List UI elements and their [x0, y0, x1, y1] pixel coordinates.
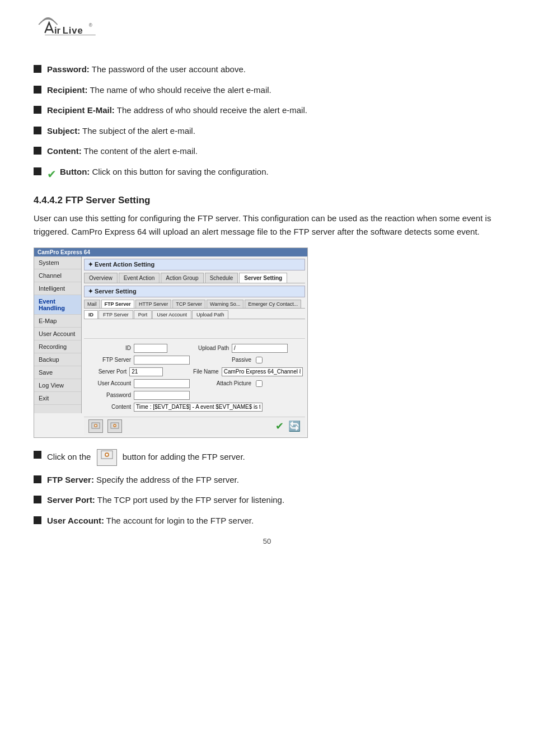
bullet-recipient-email: Recipient E-Mail: The address of who sho…: [34, 104, 500, 117]
logo-area: ir Live ®: [34, 11, 500, 46]
top-bullet-list: Password: The password of the user accou…: [34, 63, 500, 183]
server-tab-warning[interactable]: Warning So...: [207, 300, 243, 308]
sub-tab-port[interactable]: Port: [134, 310, 152, 319]
tab-schedule[interactable]: Schedule: [205, 273, 238, 283]
id-label: ID: [86, 345, 131, 351]
form-row-id-uploadpath: ID Upload Path: [86, 344, 303, 353]
bullet-recipient: Recipient: The name of who should receiv…: [34, 84, 500, 97]
file-name-input[interactable]: [222, 367, 303, 376]
add-inline-icon: [101, 450, 113, 460]
server-tab-mail[interactable]: Mail: [84, 300, 100, 308]
sub-tab-upload-path[interactable]: Upload Path: [192, 310, 229, 319]
user-account-label: User Account: [86, 380, 131, 386]
bullet-square-icon: [34, 516, 41, 524]
add-ftp-button-inline[interactable]: [97, 449, 117, 466]
nav-backup[interactable]: Backup: [34, 353, 81, 366]
sub-tabs: ID FTP Server Port User Account Upload P…: [84, 310, 305, 319]
password-label: Password: [86, 392, 131, 398]
bullet-content: Content: The content of the alert e-mail…: [34, 145, 500, 158]
server-tab-http[interactable]: HTTP Server: [135, 300, 171, 308]
svg-text:ir: ir: [54, 25, 61, 36]
server-setting-header: ✦ Server Setting: [84, 286, 305, 297]
add-icon: [91, 422, 100, 430]
airlive-logo: ir Live ®: [34, 11, 101, 45]
nav-log-view[interactable]: Log View: [34, 379, 81, 392]
bullet-password: Password: The password of the user accou…: [34, 63, 500, 76]
form-row-port-filename: Server Port File Name: [86, 367, 303, 376]
upload-path-input[interactable]: [232, 344, 288, 353]
confirm-button[interactable]: ✔: [275, 420, 284, 432]
form-row-content: Content: [86, 403, 303, 412]
id-input[interactable]: [134, 344, 167, 353]
checkmark-icon: ✔: [47, 166, 57, 183]
nav-save[interactable]: Save: [34, 366, 81, 379]
nav-event-handling[interactable]: Event Handling: [34, 295, 81, 315]
form-row-ftpserver-passive: FTP Server Passive: [86, 356, 303, 365]
bullet-server-port: Server Port: The TCP port used by the FT…: [34, 494, 500, 507]
server-tab-ftp[interactable]: FTP Server: [101, 300, 134, 308]
bullet-square-icon: [34, 496, 41, 503]
attach-picture-label: Attach Picture: [207, 380, 251, 386]
add-record-button[interactable]: [88, 419, 103, 433]
user-account-input[interactable]: [134, 379, 190, 388]
form-row-password: Password: [86, 391, 303, 400]
passive-label: Passive: [207, 357, 251, 363]
server-tab-emergency[interactable]: Emerger Cy Contact...: [245, 300, 301, 308]
tab-action-group[interactable]: Action Group: [161, 273, 203, 283]
form-row-useraccount-attachpicture: User Account Attach Picture: [86, 379, 303, 388]
form-area: ID Upload Path FTP Server Passive Server…: [84, 342, 305, 417]
bullet-square-icon: [34, 106, 41, 114]
server-tabs: Mail FTP Server HTTP Server TCP Server W…: [84, 300, 305, 309]
bullet-ftp-server: FTP Server: Specify the address of the F…: [34, 474, 500, 487]
sub-tab-id[interactable]: ID: [84, 310, 98, 319]
file-name-label: File Name: [178, 368, 218, 375]
ftp-server-label: FTP Server: [86, 357, 131, 363]
delete-icon: [110, 422, 119, 430]
bullet-square-icon: [34, 65, 41, 73]
server-port-label: Server Port: [86, 368, 127, 375]
app-panel: CamPro Express 64 System Channel Intelli…: [34, 248, 308, 438]
bottom-bullet-list: FTP Server: Specify the address of the F…: [34, 474, 500, 528]
delete-record-button[interactable]: [107, 419, 122, 433]
main-tabs: Overview Event Action Action Group Sched…: [84, 273, 305, 283]
attach-picture-checkbox[interactable]: [256, 380, 263, 387]
server-port-input[interactable]: [129, 367, 163, 376]
ftp-list-area: [84, 321, 305, 339]
bullet-square-icon: [34, 127, 41, 134]
cancel-button[interactable]: 🔄: [288, 420, 301, 432]
tab-server-setting[interactable]: Server Setting: [239, 273, 287, 283]
content-label: Content: [86, 404, 131, 410]
bullet-add-ftp: Click on the button for adding the FTP s…: [34, 449, 500, 466]
right-content: ✦ Event Action Setting Overview Event Ac…: [82, 256, 307, 437]
sub-tab-ftp-server[interactable]: FTP Server: [99, 310, 133, 319]
nav-emap[interactable]: E-Map: [34, 315, 81, 328]
ftp-server-input[interactable]: [134, 356, 190, 365]
bullet-subject: Subject: The subject of the alert e-mail…: [34, 125, 500, 138]
bullet-square-icon: [34, 167, 41, 175]
event-action-header: ✦ Event Action Setting: [84, 259, 305, 270]
tab-overview[interactable]: Overview: [84, 273, 118, 283]
nav-intelligent[interactable]: Intelligent: [34, 282, 81, 295]
nav-user-account[interactable]: User Account: [34, 328, 81, 340]
nav-exit[interactable]: Exit: [34, 392, 81, 405]
section-title: 4.4.4.2 FTP Server Setting: [34, 195, 500, 206]
add-button-section: Click on the button for adding the FTP s…: [34, 449, 500, 466]
passive-checkbox[interactable]: [256, 357, 263, 363]
nav-channel[interactable]: Channel: [34, 269, 81, 282]
nav-recording[interactable]: Recording: [34, 340, 81, 353]
sub-tab-user-account[interactable]: User Account: [152, 310, 191, 319]
bullet-user-account: User Account: The account for login to t…: [34, 515, 500, 528]
bullet-square-icon: [34, 451, 41, 459]
server-tab-tcp[interactable]: TCP Server: [172, 300, 205, 308]
bullet-square-icon: [34, 86, 41, 94]
bullet-square-icon: [34, 475, 41, 483]
page-number: 50: [34, 537, 500, 545]
bullet-square-icon: [34, 147, 41, 155]
nav-system[interactable]: System: [34, 256, 81, 269]
svg-text:®: ®: [89, 22, 92, 28]
toolbar: ✔ 🔄: [84, 417, 305, 435]
password-input[interactable]: [134, 391, 190, 400]
tab-event-action[interactable]: Event Action: [119, 273, 160, 283]
upload-path-label: Upload Path: [184, 345, 229, 351]
content-input[interactable]: [134, 403, 263, 412]
